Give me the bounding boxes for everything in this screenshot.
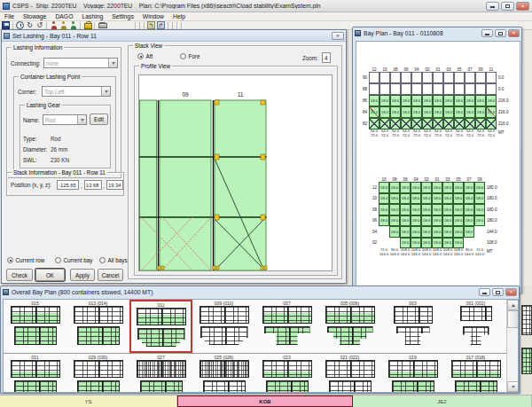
- chevron-down-icon[interactable]: [101, 87, 110, 96]
- bay-slot-cell[interactable]: [379, 72, 390, 83]
- bay-slot-cell[interactable]: [454, 83, 465, 95]
- mini-bay-025026[interactable]: 025 (026): [192, 354, 255, 393]
- corner-select[interactable]: Top Left: [42, 86, 111, 97]
- bay-slot-cell[interactable]: 18.0: [390, 106, 401, 118]
- mini-bay-019[interactable]: 019: [381, 354, 444, 393]
- redo-icon[interactable]: ↻: [26, 21, 34, 29]
- bay-slot-cell[interactable]: 18.0: [389, 215, 400, 227]
- bay-slot-cell[interactable]: 18.0: [433, 95, 443, 106]
- bay-slot-cell[interactable]: 18.0: [421, 193, 432, 205]
- bay-slot-cell[interactable]: 18.0: [474, 215, 485, 227]
- prev-bay-icon[interactable]: ↰: [147, 21, 155, 29]
- bay-slot-cell[interactable]: 18.0: [400, 193, 411, 205]
- bay-slot-cell[interactable]: 18.0: [453, 193, 464, 205]
- bay-slot-cell[interactable]: 18.0: [442, 226, 453, 238]
- bay-slot-cell[interactable]: [411, 118, 422, 129]
- scrollbar-thumb[interactable]: [507, 310, 519, 328]
- overall-titlebar[interactable]: Overall Bay Plan (800 containers stowed,…: [1, 286, 519, 298]
- bay-slot-cell[interactable]: 18.0: [400, 226, 411, 238]
- undo-icon[interactable]: ↺: [35, 21, 43, 29]
- bay-slot-cell[interactable]: 18.0: [442, 182, 453, 193]
- bay-slot-cell[interactable]: 18.0: [454, 106, 465, 118]
- menu-window[interactable]: Window: [138, 12, 168, 21]
- mini-bay-027[interactable]: 027: [129, 354, 192, 393]
- bay-slot-cell[interactable]: 18.0: [443, 95, 454, 106]
- mini-bay-023[interactable]: 023: [255, 354, 318, 393]
- bay-slot-cell[interactable]: 18.0: [442, 204, 453, 215]
- bay-slot-cell[interactable]: [401, 83, 411, 95]
- bay-slot-cell[interactable]: 18.0: [400, 238, 411, 249]
- bay-slot-cell[interactable]: 18.0: [390, 95, 401, 106]
- menu-help[interactable]: Help: [168, 12, 190, 21]
- bay-slot-cell[interactable]: [411, 83, 422, 95]
- bay-slot-cell[interactable]: [475, 118, 486, 129]
- bay-slot-cell[interactable]: 18.0: [411, 106, 422, 118]
- bay-slot-cell[interactable]: 18.0: [465, 95, 475, 106]
- bay-slot-cell[interactable]: 18.0: [379, 204, 389, 215]
- bay-slot-cell[interactable]: [422, 83, 433, 95]
- bay-slot-cell[interactable]: [369, 83, 379, 95]
- hold-bay-grid[interactable]: 100806040201030507091218.018.018.018.018…: [368, 175, 510, 258]
- bay-slot-cell[interactable]: [401, 118, 411, 129]
- maximize-button[interactable]: [492, 288, 504, 296]
- set-lashing-titlebar[interactable]: Set Lashing - Bay 011 - Row 11 ×: [2, 30, 346, 42]
- mini-bay-005006[interactable]: 005 (006): [318, 300, 381, 353]
- bay-slot-cell[interactable]: [422, 72, 433, 83]
- mini-bay-017018[interactable]: 017 (018): [444, 354, 507, 393]
- mini-bay-013014[interactable]: 013 (014): [66, 300, 129, 353]
- bay-slot-cell[interactable]: 18.0: [389, 226, 400, 238]
- bay-slot-cell[interactable]: 18.0: [464, 193, 474, 205]
- menu-lashing[interactable]: Lashing: [77, 12, 107, 21]
- mini-bay-003[interactable]: 003: [381, 300, 444, 353]
- bay-slot-cell[interactable]: 18.0: [389, 182, 400, 193]
- bay-slot-cell[interactable]: [443, 83, 454, 95]
- apply-button[interactable]: Apply: [70, 269, 95, 281]
- crew-red-icon[interactable]: [50, 21, 58, 29]
- bay-slot-cell[interactable]: [465, 118, 475, 129]
- close-button[interactable]: ×: [508, 29, 520, 37]
- bay-slot-cell[interactable]: 18.0: [433, 106, 443, 118]
- lock-icon[interactable]: [83, 21, 91, 29]
- radio-aft[interactable]: Aft: [137, 53, 153, 59]
- bay-slot-cell[interactable]: 18.0: [432, 193, 442, 205]
- close-button[interactable]: ×: [516, 2, 529, 11]
- bay-slot-cell[interactable]: 18.0: [432, 226, 442, 238]
- menu-dago[interactable]: DAGO: [51, 12, 77, 21]
- ok-button[interactable]: OK: [35, 269, 65, 281]
- bay-slot-cell[interactable]: 18.0: [442, 193, 453, 205]
- edit-button[interactable]: Edit: [90, 113, 108, 125]
- bay-slot-cell[interactable]: 18.0: [453, 226, 464, 238]
- next-bay-icon[interactable]: ↱: [157, 21, 165, 29]
- maximize-button[interactable]: [495, 29, 506, 37]
- bay-slot-cell[interactable]: 18.0: [464, 215, 474, 227]
- bay-slot-cell[interactable]: 18.0: [369, 95, 379, 106]
- bay-slot-cell[interactable]: 18.0: [369, 106, 379, 118]
- bay-slot-cell[interactable]: [433, 72, 443, 83]
- bay-slot-cell[interactable]: [390, 118, 401, 129]
- bay-slot-cell[interactable]: 18.0: [475, 106, 486, 118]
- bay-slot-cell[interactable]: 18.0: [411, 238, 421, 249]
- bay-slot-cell[interactable]: 18.0: [411, 204, 421, 215]
- bay-slot-cell[interactable]: 18.0: [379, 215, 389, 227]
- mini-bay-015[interactable]: 015: [4, 300, 66, 353]
- mini-bay-029030[interactable]: 029 (030): [66, 354, 129, 393]
- clock-icon[interactable]: [16, 21, 24, 29]
- bay-slot-cell[interactable]: 18.0: [401, 95, 411, 106]
- bay-slot-cell[interactable]: 18.0: [400, 182, 411, 193]
- bay-slot-cell[interactable]: [433, 83, 443, 95]
- bay-slot-cell[interactable]: 18.0: [379, 95, 390, 106]
- crew-green-icon[interactable]: [69, 21, 77, 29]
- bay-slot-cell[interactable]: [443, 72, 454, 83]
- bay-slot-cell[interactable]: 18.0: [432, 215, 442, 227]
- bay-slot-cell[interactable]: [454, 118, 465, 129]
- bay-slot-cell[interactable]: [369, 72, 379, 83]
- bay-slot-cell[interactable]: 18.0: [389, 204, 400, 215]
- bay-slot-cell[interactable]: [475, 83, 486, 95]
- bay-slot-cell[interactable]: [486, 83, 497, 95]
- bay-slot-cell[interactable]: 18.0: [379, 182, 389, 193]
- vertical-scrollbar[interactable]: [506, 300, 518, 392]
- bay-slot-cell[interactable]: [433, 118, 443, 129]
- scroll-down-icon[interactable]: [507, 381, 519, 392]
- menu-settings[interactable]: Settings: [107, 12, 138, 21]
- bay-slot-cell[interactable]: [454, 72, 465, 83]
